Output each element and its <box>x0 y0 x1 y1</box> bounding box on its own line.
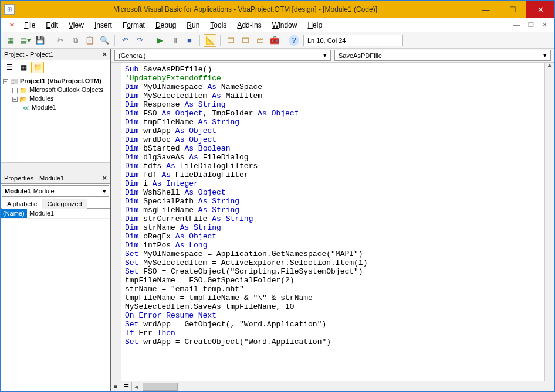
menu-edit[interactable]: Edit <box>41 20 63 30</box>
code-column: (General) ▾ SaveAsPDFfile ▾ Sub SaveAsPD… <box>111 49 554 391</box>
menu-format[interactable]: Format <box>118 20 150 30</box>
procedure-view-icon[interactable]: ≡ <box>111 382 121 391</box>
code-dropdowns: (General) ▾ SaveAsPDFfile ▾ <box>111 49 554 63</box>
mdi-close[interactable]: ✕ <box>540 21 550 29</box>
tab-categorized[interactable]: Categorized <box>42 199 87 209</box>
procedure-dropdown-value: SaveAsPDFfile <box>339 52 382 59</box>
property-name: (Name) <box>1 209 27 218</box>
save-icon[interactable]: 💾 <box>33 34 46 47</box>
toggle-folders-icon[interactable]: 📁 <box>31 62 44 73</box>
menubar: ✶ File Edit View Insert Format Debug Run… <box>1 18 554 32</box>
folder-icon: 📁 <box>19 87 28 94</box>
expand-icon[interactable]: + <box>12 88 18 93</box>
tree-project[interactable]: −📰Project1 (VbaProject.OTM) <box>2 77 109 86</box>
tree-folder-outlook[interactable]: +📁Microsoft Outlook Objects <box>2 86 109 94</box>
hscroll-arrow-left[interactable]: ◂ <box>132 383 140 391</box>
code-bottom-bar: ≡ ☰ ◂ <box>111 381 554 391</box>
vertical-scrollbar[interactable] <box>544 63 554 381</box>
project-explorer-icon[interactable]: 🗔 <box>224 34 237 47</box>
insert-module-icon[interactable]: ▤▾ <box>19 34 32 47</box>
tree-folder-label: Modules <box>29 95 54 102</box>
outlook-icon[interactable]: ✶ <box>5 19 18 32</box>
toolbox-icon[interactable]: 🧰 <box>268 34 281 47</box>
menu-help[interactable]: Help <box>303 20 327 30</box>
menu-file[interactable]: File <box>19 20 40 30</box>
undo-icon[interactable]: ↶ <box>119 34 131 47</box>
project-icon: 📰 <box>10 78 18 85</box>
cut-icon[interactable]: ✂ <box>54 34 67 47</box>
properties-window-icon[interactable]: 🗔 <box>239 34 252 47</box>
project-toolbar: ☰ ▦ 📁 <box>1 60 110 74</box>
tree-folder-label: Microsoft Outlook Objects <box>29 86 103 93</box>
horizontal-scrollbar[interactable] <box>143 383 178 391</box>
window-title: Microsoft Visual Basic for Applications … <box>18 5 472 13</box>
properties-tabs: Alphabetic Categorized <box>1 198 110 209</box>
object-browser-icon[interactable]: 🗃 <box>253 34 266 47</box>
app-icon: ⊞ <box>4 4 15 15</box>
chevron-down-icon: ▾ <box>323 52 327 59</box>
cursor-position <box>303 35 403 46</box>
chevron-down-icon: ▾ <box>103 188 106 195</box>
code-editor[interactable]: Sub SaveAsPDFfile() 'UpdatebyExtendoffic… <box>111 63 554 381</box>
procedure-dropdown[interactable]: SaveAsPDFfile ▾ <box>334 50 551 61</box>
tree-module[interactable]: ≪Module1 <box>2 103 109 112</box>
tree-project-label: Project1 (VbaProject.OTM) <box>20 77 101 84</box>
object-dropdown[interactable]: (General) ▾ <box>114 50 331 61</box>
left-column: Project - Project1 × ☰ ▦ 📁 −📰Project1 (V… <box>1 49 111 391</box>
close-button[interactable]: ✕ <box>526 1 554 18</box>
toolbar: ▦ ▤▾ 💾 ✂ ⧉ 📋 🔍 ↶ ↷ ▶ ⏸ ■ 📐 🗔 🗔 🗃 🧰 ? <box>1 32 554 49</box>
project-pane-close[interactable]: × <box>102 50 107 59</box>
design-mode-icon[interactable]: 📐 <box>204 34 216 47</box>
tree-module-label: Module1 <box>32 104 56 111</box>
view-outlook-icon[interactable]: ▦ <box>4 34 17 47</box>
maximize-button[interactable]: ☐ <box>499 1 526 18</box>
properties-pane: Properties - Module1 × Module1 Module ▾ … <box>1 172 110 391</box>
project-pane-title: Project - Project1 × <box>1 49 110 60</box>
redo-icon[interactable]: ↷ <box>133 34 146 47</box>
mdi-restore[interactable]: ❐ <box>526 21 536 29</box>
full-module-view-icon[interactable]: ☰ <box>121 382 132 391</box>
copy-icon[interactable]: ⧉ <box>69 34 82 47</box>
window-controls: — ☐ ✕ <box>472 1 554 18</box>
minimize-button[interactable]: — <box>472 1 499 18</box>
code-text[interactable]: Sub SaveAsPDFfile() 'UpdatebyExtendoffic… <box>125 65 544 346</box>
find-icon[interactable]: 🔍 <box>98 34 111 47</box>
code-margin <box>111 63 121 381</box>
menu-view[interactable]: View <box>64 20 89 30</box>
run-icon[interactable]: ▶ <box>154 34 167 47</box>
break-icon[interactable]: ⏸ <box>168 34 181 47</box>
project-pane-label: Project - Project1 <box>4 51 53 58</box>
properties-object-type: Module <box>33 188 55 195</box>
property-value[interactable]: Module1 <box>27 209 110 218</box>
folder-icon: 📂 <box>19 96 28 103</box>
tab-alphabetic[interactable]: Alphabetic <box>2 199 42 209</box>
properties-object-selector[interactable]: Module1 Module ▾ <box>2 185 109 197</box>
properties-grid: (Name) Module1 <box>1 209 110 391</box>
mdi-controls: — ❐ ✕ <box>511 21 550 29</box>
menu-tools[interactable]: Tools <box>205 20 231 30</box>
tree-folder-modules[interactable]: −📂Modules <box>2 94 109 103</box>
collapse-icon[interactable]: − <box>3 79 8 84</box>
properties-object-name: Module1 <box>5 188 31 195</box>
property-row-name[interactable]: (Name) Module1 <box>1 209 110 219</box>
help-icon[interactable]: ? <box>289 35 299 46</box>
project-tree[interactable]: −📰Project1 (VbaProject.OTM) +📁Microsoft … <box>1 74 110 162</box>
menu-window[interactable]: Window <box>268 20 302 30</box>
menu-insert[interactable]: Insert <box>90 20 117 30</box>
view-object-icon[interactable]: ▦ <box>17 62 30 73</box>
mdi-minimize[interactable]: — <box>511 21 522 29</box>
menu-addins[interactable]: Add-Ins <box>232 20 266 30</box>
object-dropdown-value: (General) <box>119 52 145 59</box>
view-code-icon[interactable]: ☰ <box>3 62 16 73</box>
collapse-icon[interactable]: − <box>12 97 18 102</box>
reset-icon[interactable]: ■ <box>183 34 196 47</box>
menu-run[interactable]: Run <box>182 20 204 30</box>
titlebar: ⊞ Microsoft Visual Basic for Application… <box>1 1 554 18</box>
paste-icon[interactable]: 📋 <box>83 34 96 47</box>
properties-pane-title: Properties - Module1 × <box>1 172 110 184</box>
properties-pane-close[interactable]: × <box>102 173 107 182</box>
menu-debug[interactable]: Debug <box>151 20 181 30</box>
workspace: Project - Project1 × ☰ ▦ 📁 −📰Project1 (V… <box>1 49 554 391</box>
module-icon: ≪ <box>22 104 30 111</box>
project-hscroll[interactable] <box>1 162 110 172</box>
